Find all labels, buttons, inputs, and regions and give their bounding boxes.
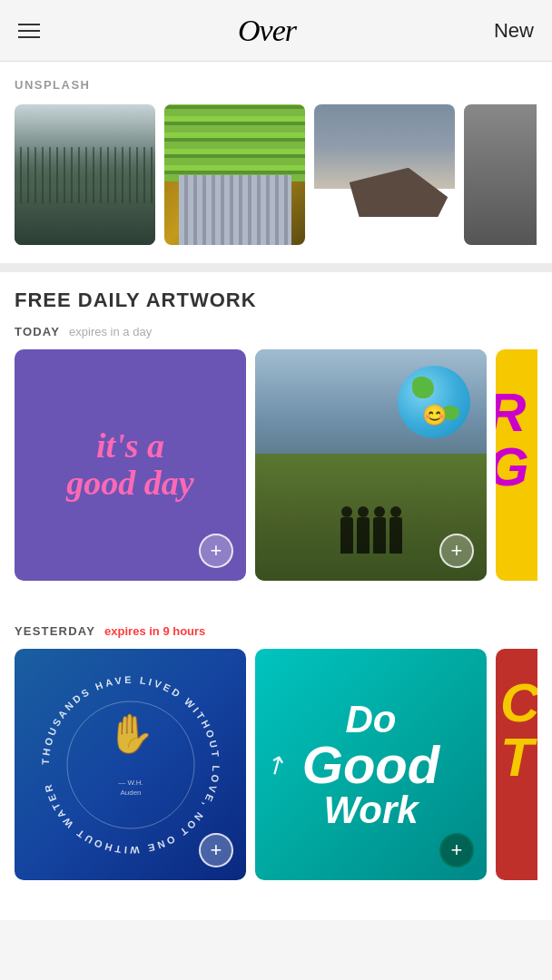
section-divider: [0, 263, 552, 272]
unsplash-image-row: [15, 104, 537, 245]
unsplash-image-1[interactable]: [15, 104, 155, 245]
unsplash-image-2[interactable]: [164, 104, 305, 245]
globe-face: 😊: [422, 404, 447, 427]
hamburger-menu[interactable]: [18, 24, 40, 38]
do-good-text: Do Good Work: [267, 701, 476, 829]
person-4: [389, 517, 402, 554]
do-good-add-button[interactable]: +: [439, 833, 474, 867]
yellow-card-text: RG: [496, 386, 529, 495]
yellow-partial-card[interactable]: RG: [496, 349, 537, 581]
people-silhouettes: [340, 517, 402, 554]
landscape-add-button[interactable]: +: [439, 534, 474, 568]
new-button[interactable]: New: [494, 19, 534, 43]
landscape-globe-card[interactable]: 😊 +: [255, 349, 487, 581]
do-good-work-card[interactable]: Do Good Work ↗ +: [255, 649, 487, 880]
water-quote-add-button[interactable]: +: [199, 833, 233, 867]
yesterday-artwork-row: THOUSANDS HAVE LIVED WITHOUT LOVE, NOT O…: [15, 649, 537, 880]
free-daily-artwork-section: FREE DAILY ARTWORK TODAY expires in a da…: [0, 272, 552, 621]
hamburger-line-2: [18, 30, 40, 32]
svg-text:✋: ✋: [107, 711, 155, 757]
svg-text:Auden: Auden: [120, 789, 141, 797]
person-1: [340, 517, 353, 554]
today-label: TODAY: [15, 325, 60, 338]
app-header: Over New: [0, 0, 552, 62]
red-partial-card[interactable]: CT: [496, 649, 537, 880]
today-period-row: TODAY expires in a day: [15, 325, 537, 338]
yesterday-section: YESTERDAY expires in 9 hours THOUSANDS H…: [0, 621, 552, 920]
yesterday-period-row: YESTERDAY expires in 9 hours: [15, 621, 537, 638]
good-day-text: it's agood day: [26, 427, 235, 504]
unsplash-section: UNSPLASH: [0, 62, 552, 263]
globe-sticker: 😊: [398, 366, 470, 438]
unsplash-image-3[interactable]: [314, 104, 455, 245]
yesterday-expires: expires in 9 hours: [104, 624, 205, 638]
work-text: Work: [267, 791, 476, 829]
today-artwork-row: it's agood day + 😊 + RG: [15, 349, 537, 581]
red-card-text: CT: [500, 676, 537, 785]
unsplash-label: UNSPLASH: [15, 78, 537, 92]
hamburger-line-1: [18, 24, 40, 25]
person-2: [357, 517, 370, 554]
circular-text-svg: THOUSANDS HAVE LIVED WITHOUT LOVE, NOT O…: [31, 665, 231, 865]
svg-text:— W.H.: — W.H.: [118, 779, 143, 787]
today-expires: expires in a day: [69, 325, 152, 338]
free-daily-artwork-title: FREE DAILY ARTWORK: [15, 289, 537, 312]
do-text: Do: [267, 701, 476, 739]
yesterday-label: YESTERDAY: [15, 624, 95, 638]
hamburger-line-3: [18, 36, 40, 38]
person-3: [373, 517, 386, 554]
good-text: Good: [267, 739, 476, 791]
good-day-add-button[interactable]: +: [199, 534, 233, 568]
good-day-card[interactable]: it's agood day +: [15, 349, 246, 581]
app-logo: Over: [238, 14, 296, 48]
unsplash-image-4-partial[interactable]: [464, 104, 537, 245]
water-quote-card[interactable]: THOUSANDS HAVE LIVED WITHOUT LOVE, NOT O…: [15, 649, 246, 880]
